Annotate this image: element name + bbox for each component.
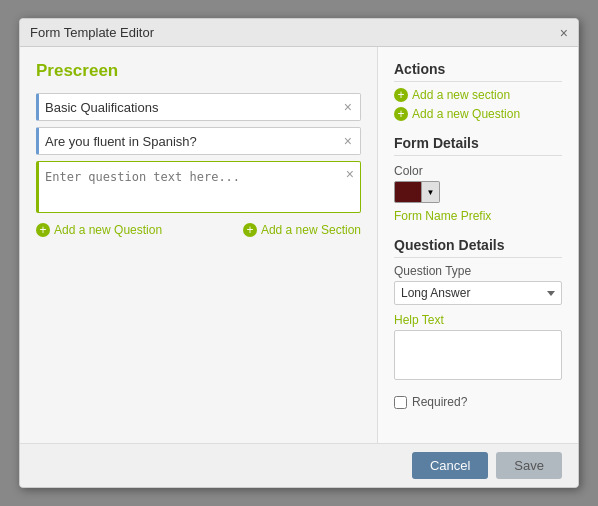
add-section-label: Add a new Section — [261, 223, 361, 237]
question-input-close-button[interactable]: × — [340, 162, 360, 186]
required-row: Required? — [394, 395, 562, 409]
plus-icon: + — [243, 223, 257, 237]
right-add-section-button[interactable]: + Add a new section — [394, 88, 510, 102]
form-details-section: Form Details Color ▼ Form Name Prefix — [394, 135, 562, 223]
left-panel: Prescreen Basic Qualifications × Are you… — [20, 47, 378, 443]
question-type-select[interactable]: Long Answer Short Answer Multiple Choice… — [394, 281, 562, 305]
form-template-editor-dialog: Form Template Editor × Prescreen Basic Q… — [19, 18, 579, 488]
help-text-input[interactable] — [394, 330, 562, 380]
dialog-title: Form Template Editor — [30, 25, 154, 40]
dialog-close-button[interactable]: × — [560, 26, 568, 40]
help-text-label: Help Text — [394, 313, 562, 327]
question-details-title: Question Details — [394, 237, 562, 258]
prescreen-title: Prescreen — [36, 61, 361, 81]
right-add-question-button[interactable]: + Add a new Question — [394, 107, 520, 121]
form-item-text: Are you fluent in Spanish? — [45, 134, 342, 149]
save-button[interactable]: Save — [496, 452, 562, 479]
dialog-body: Prescreen Basic Qualifications × Are you… — [20, 47, 578, 443]
add-question-button[interactable]: + Add a new Question — [36, 223, 162, 237]
dialog-footer: Cancel Save — [20, 443, 578, 487]
question-text-input[interactable] — [39, 162, 340, 212]
right-add-section-label: Add a new section — [412, 88, 510, 102]
question-input-container: × — [36, 161, 361, 213]
color-label: Color — [394, 164, 562, 178]
right-panel: Actions + Add a new section + Add a new … — [378, 47, 578, 443]
right-add-question-label: Add a new Question — [412, 107, 520, 121]
form-name-prefix-label: Form Name Prefix — [394, 209, 562, 223]
add-question-label: Add a new Question — [54, 223, 162, 237]
actions-title: Actions — [394, 61, 562, 82]
form-item-text: Basic Qualifications — [45, 100, 342, 115]
color-swatch-container: ▼ — [394, 181, 562, 203]
add-section-button[interactable]: + Add a new Section — [243, 223, 361, 237]
color-dropdown-button[interactable]: ▼ — [422, 181, 440, 203]
actions-section: Actions + Add a new section + Add a new … — [394, 61, 562, 121]
form-item-basic-qualifications: Basic Qualifications × — [36, 93, 361, 121]
plus-icon: + — [394, 107, 408, 121]
left-actions: + Add a new Question + Add a new Section — [36, 223, 361, 237]
color-swatch[interactable] — [394, 181, 422, 203]
plus-icon: + — [36, 223, 50, 237]
form-item-close-button[interactable]: × — [342, 99, 354, 115]
question-type-label: Question Type — [394, 264, 562, 278]
form-item-spanish: Are you fluent in Spanish? × — [36, 127, 361, 155]
question-details-section: Question Details Question Type Long Answ… — [394, 237, 562, 409]
plus-icon: + — [394, 88, 408, 102]
dialog-titlebar: Form Template Editor × — [20, 19, 578, 47]
cancel-button[interactable]: Cancel — [412, 452, 488, 479]
form-item-close-button[interactable]: × — [342, 133, 354, 149]
form-details-title: Form Details — [394, 135, 562, 156]
required-checkbox[interactable] — [394, 396, 407, 409]
required-label: Required? — [412, 395, 467, 409]
